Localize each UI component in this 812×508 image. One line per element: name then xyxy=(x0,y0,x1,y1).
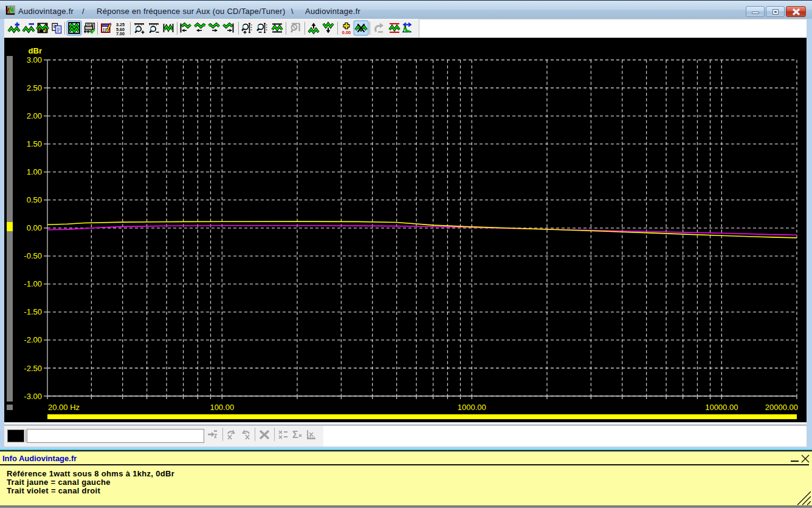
svg-text:0.00: 0.00 xyxy=(27,223,42,232)
svg-text:-1.00: -1.00 xyxy=(24,279,42,288)
svg-text:1.50: 1.50 xyxy=(27,139,42,148)
svg-text:-0.50: -0.50 xyxy=(24,251,42,260)
svg-text:0.50: 0.50 xyxy=(27,195,42,204)
svg-text:7.00: 7.00 xyxy=(116,31,125,37)
svg-text:2.50: 2.50 xyxy=(27,83,42,92)
svg-text:20000.00: 20000.00 xyxy=(765,403,798,412)
svg-text:100.00: 100.00 xyxy=(210,403,234,412)
svg-text:-3.00: -3.00 xyxy=(24,392,42,401)
svg-text:0.00: 0.00 xyxy=(342,30,351,35)
svg-text:1.00: 1.00 xyxy=(27,167,42,176)
svg-text:1000.00: 1000.00 xyxy=(458,403,486,412)
svg-text:2.00: 2.00 xyxy=(27,111,42,120)
svg-text:-2.00: -2.00 xyxy=(24,335,42,344)
svg-text:-1.50: -1.50 xyxy=(24,307,42,316)
svg-text:3.00: 3.00 xyxy=(27,55,42,64)
svg-text:dBr: dBr xyxy=(29,46,42,55)
svg-text:Σ: Σ xyxy=(292,430,298,440)
svg-text:20.00 Hz: 20.00 Hz xyxy=(48,403,80,412)
svg-text:10000.00: 10000.00 xyxy=(705,403,738,412)
svg-text:-2.50: -2.50 xyxy=(24,364,42,373)
